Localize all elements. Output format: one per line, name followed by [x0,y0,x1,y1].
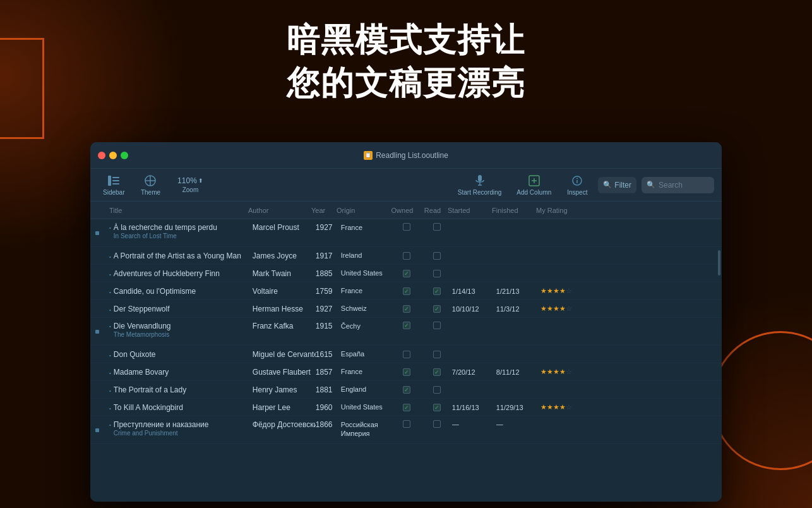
col-header-origin[interactable]: Origin [337,207,387,214]
checkbox-read[interactable] [433,252,441,260]
table-row[interactable]: •Madame BovaryGustave Flaubert1857France… [90,363,722,381]
cell-year: 1615 [316,350,341,359]
checkbox-owned[interactable]: ✓ [403,305,410,313]
cell-finished: 11/3/12 [496,305,540,313]
scrollbar[interactable] [718,250,720,275]
cell-title: Candide, ou l'Optimisme [114,287,253,296]
cell-owned[interactable] [391,420,422,428]
cell-read[interactable] [422,322,452,329]
row-marker [95,330,99,334]
checkbox-owned[interactable]: ✓ [403,287,410,295]
cell-owned[interactable]: ✓ [391,287,422,295]
cell-read[interactable]: ✓ [422,368,452,376]
row-bullet: • [109,371,111,376]
table-row[interactable]: •A Portrait of the Artist as a Young Man… [90,247,722,265]
table-row[interactable]: •Der SteppenwolfHerman Hesse1927Schweiz✓… [90,300,722,318]
star-filled: ★ [553,287,559,295]
cell-year: 1857 [316,368,341,377]
minimize-button[interactable] [109,152,117,159]
checkbox-read[interactable]: ✓ [433,368,441,376]
cell-read[interactable] [422,420,452,428]
checkbox-owned[interactable] [403,420,410,428]
maximize-button[interactable] [121,152,128,159]
svg-rect-5 [478,175,482,181]
inspect-button[interactable]: Inspect [561,171,593,198]
inspect-icon [570,174,584,188]
table-row[interactable]: •À la recherche du temps perduIn Search … [90,219,722,247]
table-row[interactable]: •Don QuixoteMiguel de Cervantes1615Españ… [90,346,722,363]
cell-rating[interactable]: ★★★★☆ [540,287,585,295]
cell-read[interactable]: ✓ [422,305,452,313]
cell-owned[interactable]: ✓ [391,305,422,313]
col-header-title[interactable]: Title [109,207,248,214]
theme-label: Theme [141,189,160,196]
add-column-button[interactable]: Add Column [511,171,556,198]
checkbox-owned[interactable]: ✓ [403,270,410,277]
theme-button[interactable]: Theme [134,171,166,198]
table-row[interactable]: •Adventures of Huckleberry FinnMark Twai… [90,265,722,282]
cell-read[interactable]: ✓ [422,287,452,295]
checkbox-read[interactable] [433,270,441,277]
row-bullet: • [109,324,111,329]
checkbox-read[interactable]: ✓ [433,305,441,313]
cell-owned[interactable] [391,351,422,358]
cell-read[interactable] [422,270,452,277]
close-button[interactable] [98,152,105,159]
table-row[interactable]: •Die VerwandlungThe MetamorphosisFranz K… [90,318,722,346]
col-header-started[interactable]: Started [448,207,492,214]
cell-owned[interactable]: ✓ [391,368,422,376]
col-header-rating[interactable]: My Rating [536,207,587,214]
col-header-author[interactable]: Author [248,207,311,214]
cell-rating[interactable]: ★★★★☆ [540,368,585,376]
checkbox-read[interactable] [433,322,441,329]
row-title-text: The Portrait of a Lady [114,385,253,394]
zoom-label: Zoom [182,186,199,193]
checkbox-read[interactable] [433,386,441,394]
sidebar-button[interactable]: Sidebar [98,171,129,198]
search-box[interactable]: 🔍 [642,177,714,193]
checkbox-read[interactable] [433,420,441,428]
row-marker [95,428,99,432]
cell-rating[interactable]: ★★★★☆ [540,403,585,411]
cell-read[interactable]: ✓ [422,404,452,411]
table-row[interactable]: •Candide, ou l'OptimismeVoltaire1759Fran… [90,282,722,300]
col-header-year[interactable]: Year [311,207,337,214]
cell-read[interactable] [422,252,452,260]
table-row[interactable]: •The Portrait of a LadyHenry James1881En… [90,381,722,399]
add-column-icon [527,174,541,188]
checkbox-read[interactable]: ✓ [433,404,441,411]
cell-owned[interactable]: ✓ [391,270,422,277]
checkbox-owned[interactable] [403,223,410,231]
cell-read[interactable] [422,223,452,231]
filter-placeholder: Filter [614,181,631,190]
checkbox-owned[interactable]: ✓ [403,322,410,329]
cell-owned[interactable]: ✓ [391,322,422,329]
cell-rating[interactable]: ★★★★☆ [540,305,585,313]
sidebar-label: Sidebar [103,189,124,196]
start-recording-button[interactable]: Start Recording [453,171,506,198]
table-row[interactable]: •To Kill A MockingbirdHarper Lee1960Unit… [90,399,722,416]
checkbox-owned[interactable] [403,351,410,358]
table-row[interactable]: •Преступление и наказаниеCrime and Punis… [90,416,722,444]
cell-owned[interactable] [391,252,422,260]
col-header-finished[interactable]: Finished [492,207,536,214]
cell-owned[interactable] [391,223,422,231]
star-filled: ★ [547,287,553,295]
checkbox-owned[interactable]: ✓ [403,386,410,394]
search-input[interactable] [659,181,709,190]
cell-origin: Čechy [341,322,391,330]
cell-read[interactable] [422,386,452,394]
checkbox-read[interactable] [433,223,441,231]
checkbox-read[interactable] [433,351,441,358]
cell-author: Herman Hesse [253,305,316,313]
cell-read[interactable] [422,351,452,358]
checkbox-owned[interactable] [403,252,410,260]
cell-owned[interactable]: ✓ [391,386,422,394]
checkbox-read[interactable]: ✓ [433,287,441,295]
col-header-read[interactable]: Read [417,207,448,214]
checkbox-owned[interactable]: ✓ [403,368,410,376]
col-header-owned[interactable]: Owned [387,207,417,214]
checkbox-owned[interactable]: ✓ [403,404,410,411]
cell-owned[interactable]: ✓ [391,404,422,411]
zoom-control[interactable]: 110% ⬆ Zoom [171,174,209,196]
